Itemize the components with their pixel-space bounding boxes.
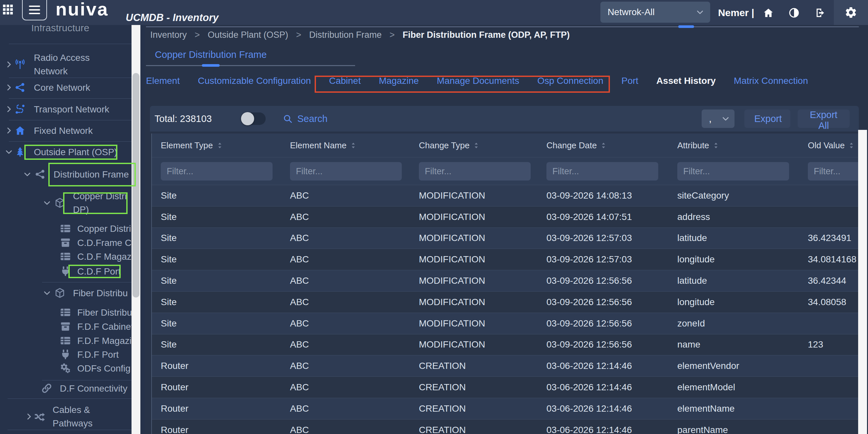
table-row[interactable]: RouterABCCREATION03-06-2026 12:14:46elem… xyxy=(152,398,859,419)
tab-element[interactable]: Element xyxy=(146,75,180,86)
delimiter-select[interactable]: , xyxy=(702,110,735,128)
sidebar-divider xyxy=(7,430,131,430)
tab-osp-connection[interactable]: Osp Connection xyxy=(537,75,603,86)
chevron-down-icon xyxy=(43,289,51,297)
cell-old-value: 34.08058 xyxy=(799,297,859,307)
sidebar-item-outside-plant-osp-[interactable]: Outside Plant (OSP) xyxy=(0,143,131,161)
chevron-down-icon xyxy=(23,170,32,179)
table-row[interactable]: RouterABCCREATION03-06-2026 12:14:46pare… xyxy=(152,419,859,434)
column-header-old-value[interactable]: Old Value xyxy=(799,141,859,151)
sidebar-divider xyxy=(9,142,131,142)
contrast-theme-button[interactable] xyxy=(788,7,800,19)
table-row[interactable]: SiteABCMODIFICATION03-09-2026 12:56:56lo… xyxy=(152,291,859,313)
sidebar-scrollbar-thumb[interactable] xyxy=(132,73,140,298)
filter-input-old-value[interactable] xyxy=(808,162,859,181)
tab-manage-documents[interactable]: Manage Documents xyxy=(437,75,520,86)
column-header-change-type[interactable]: Change Type xyxy=(410,141,537,151)
sidebar-item-fiber-distribu[interactable]: Fiber Distribu xyxy=(0,284,131,303)
tab-port[interactable]: Port xyxy=(621,75,638,86)
sidebar-item-distribution-frame[interactable]: Distribution Frame xyxy=(0,165,131,184)
cabinet-icon xyxy=(60,321,71,332)
cell-element-name: ABC xyxy=(281,254,410,265)
sidebar-item-copper-distri-dp-[interactable]: Copper DistriDP) xyxy=(0,187,131,219)
table-row[interactable]: RouterABCCREATION03-06-2026 12:14:46elem… xyxy=(152,376,859,398)
table-row[interactable]: SiteABCMODIFICATION03-09-2026 12:57:03lo… xyxy=(152,249,859,270)
logout-button[interactable] xyxy=(815,7,826,19)
sidebar-item-core-network[interactable]: Core Network xyxy=(0,78,131,97)
filter-input-change-date[interactable] xyxy=(547,162,658,181)
sidebar-item-label: Distribution Frame xyxy=(54,168,131,181)
table-row[interactable]: SiteABCMODIFICATION03-09-2026 12:56:56la… xyxy=(152,270,859,291)
sidebar-item-label: C.D.F Port xyxy=(77,265,131,278)
cell-change-type: CREATION xyxy=(410,361,537,371)
home-button[interactable] xyxy=(763,7,774,19)
sidebar-item-label: D.F Connectivity xyxy=(60,382,131,395)
table-scrollbar-track[interactable] xyxy=(858,130,867,434)
export-all-button[interactable]: Export All xyxy=(798,110,849,128)
menu-button[interactable] xyxy=(22,0,47,20)
tab-copper-distribution-frame[interactable]: Copper Distribution Frame xyxy=(155,49,267,60)
sidebar-item-label: C.D.F Magazi xyxy=(77,250,131,264)
cell-element-type: Site xyxy=(152,297,281,307)
tab-cabinet[interactable]: Cabinet xyxy=(329,75,361,86)
breadcrumb-item[interactable]: Inventory xyxy=(150,30,187,40)
tab-matrix-connection[interactable]: Matrix Connection xyxy=(734,75,808,86)
breadcrumb-item[interactable]: Outside Plant (OSP) xyxy=(208,30,288,40)
app-grid-icon[interactable] xyxy=(3,5,13,14)
sidebar-divider xyxy=(9,120,131,120)
breadcrumb-separator: > xyxy=(195,30,200,40)
search-button[interactable]: Search xyxy=(283,114,328,124)
delimiter-value: , xyxy=(709,113,721,124)
filter-cell xyxy=(799,157,859,185)
cell-element-type: Router xyxy=(152,425,281,434)
table-row[interactable]: SiteABCMODIFICATION03-09-2026 14:07:51ad… xyxy=(152,206,859,227)
cell-change-type: CREATION xyxy=(410,403,537,414)
cell-change-date: 03-09-2026 12:56:56 xyxy=(537,276,669,286)
breadcrumb-item: Fiber Distribution Frame (ODP, AP, FTP) xyxy=(403,30,570,40)
export-button[interactable]: Export xyxy=(744,110,790,128)
column-header-change-date[interactable]: Change Date xyxy=(537,141,669,151)
sort-icon xyxy=(713,142,719,149)
sidebar-item-transport-network[interactable]: Transport Network xyxy=(0,100,131,119)
toggle-switch[interactable] xyxy=(241,113,266,125)
filter-input-element-name[interactable] xyxy=(290,162,402,181)
column-header-label: Element Type xyxy=(161,141,213,151)
column-header-attribute[interactable]: Attribute xyxy=(669,141,799,151)
cell-element-name: ABC xyxy=(281,339,410,350)
table-row[interactable]: RouterABCCREATION03-06-2026 12:14:46elem… xyxy=(152,355,859,376)
table-row[interactable]: SiteABCMODIFICATION03-09-2026 12:57:03la… xyxy=(152,227,859,249)
filter-input-element-type[interactable] xyxy=(161,162,273,181)
route-icon xyxy=(14,103,26,115)
breadcrumb-item[interactable]: Distribution Frame xyxy=(309,30,382,40)
settings-button[interactable] xyxy=(834,0,868,25)
table-header-row: Element TypeElement NameChange TypeChang… xyxy=(152,133,859,157)
tab-asset-history[interactable]: Asset History xyxy=(656,75,716,86)
tab-customizable-configuration[interactable]: Customizable Configuration xyxy=(198,75,311,86)
cell-change-type: MODIFICATION xyxy=(410,254,537,265)
search-label: Search xyxy=(297,114,328,124)
filter-cell xyxy=(537,157,669,185)
cell-change-date: 03-09-2026 12:56:56 xyxy=(537,318,669,329)
cell-element-name: ABC xyxy=(281,190,410,201)
cell-element-type: Site xyxy=(152,318,281,329)
plug-icon xyxy=(60,266,71,277)
sidebar-item-c-d-f-port[interactable]: C.D.F Port xyxy=(0,262,131,281)
table-row[interactable]: SiteABCMODIFICATION03-09-2026 14:08:13si… xyxy=(152,185,859,206)
network-selector[interactable]: Netwrok-All xyxy=(600,2,710,23)
sidebar-divider xyxy=(9,78,131,78)
table-row[interactable]: SiteABCMODIFICATION03-09-2026 12:56:56na… xyxy=(152,334,859,355)
sidebar-item-fixed-network[interactable]: Fixed Network xyxy=(0,121,131,140)
sidebar-item-odfs-config[interactable]: ODFs Config xyxy=(0,359,131,378)
sidebar-item-radio-access-network[interactable]: Radio AccessNetwork xyxy=(0,48,131,81)
home-icon xyxy=(14,125,26,136)
tab-magazine[interactable]: Magazine xyxy=(379,75,418,86)
cell-attribute: longitude xyxy=(669,297,799,307)
gears-icon xyxy=(60,363,71,374)
filter-input-change-type[interactable] xyxy=(419,162,531,181)
table-row[interactable]: SiteABCMODIFICATION03-09-2026 12:56:56zo… xyxy=(152,313,859,334)
column-header-element-type[interactable]: Element Type xyxy=(152,141,281,151)
sidebar-item-d-f-connectivity[interactable]: D.F Connectivity xyxy=(0,379,131,398)
filter-input-attribute[interactable] xyxy=(677,162,789,181)
sidebar-item-cables-pathways[interactable]: Cables &Pathways xyxy=(0,400,131,433)
column-header-element-name[interactable]: Element Name xyxy=(281,141,410,151)
